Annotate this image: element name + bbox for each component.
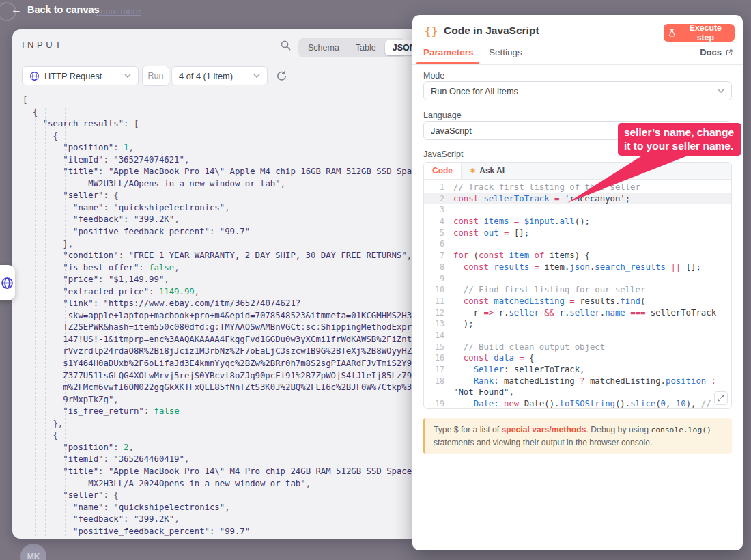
refresh-runs-icon[interactable] (276, 70, 287, 82)
run-select-value: 4 of 4 (1 item) (179, 71, 253, 81)
hint-prefix: Type $ for a list of (434, 425, 502, 434)
input-panel-title: INPUT (22, 40, 64, 50)
hint-code: console.log() (651, 425, 711, 434)
mode-select[interactable]: Run Once for All Items (423, 81, 732, 100)
json-view[interactable]: [ { "search_results": [ { "position": 1,… (12, 94, 412, 539)
code-editor[interactable]: Code ✶ Ask AI 1// Track first listing of… (423, 162, 732, 409)
hint-middle: . Debug by using (586, 425, 651, 434)
tab-ask-ai-label: Ask AI (479, 166, 505, 176)
input-controls: HTTP Request Run 4 of 4 (1 item) (22, 66, 287, 85)
globe-icon (29, 71, 40, 81)
editor-tab-strip: Code ✶ Ask AI (424, 163, 731, 180)
input-source-value: HTTP Request (44, 71, 119, 81)
json-output-text: [ { "search_results": [ { "position": 1,… (23, 94, 412, 537)
editor-hint: Type $ for a list of special vars/method… (423, 418, 732, 454)
chevron-down-icon (718, 89, 724, 93)
language-label: Language (423, 111, 462, 120)
annotation-line2: it to your seller name. (624, 139, 735, 153)
external-link-icon (725, 48, 733, 57)
annotation-line1: seller’s name, change (624, 126, 735, 139)
hint-suffix: statements and viewing their output in t… (434, 438, 652, 447)
flask-icon (668, 29, 677, 38)
tab-code-label: Code (432, 166, 453, 176)
tab-settings[interactable]: Settings (489, 47, 522, 57)
docs-link[interactable]: Docs (700, 47, 733, 57)
back-arrow-icon: ← (11, 3, 22, 16)
editor-expand-button[interactable] (714, 391, 728, 405)
tab-parameters[interactable]: Parameters (423, 47, 474, 57)
special-vars-link[interactable]: special vars/methods (502, 425, 586, 434)
chevron-down-icon (124, 74, 131, 78)
run-label: Run (142, 66, 169, 86)
code-lines[interactable]: 1// Track first listing of this seller2c… (424, 182, 731, 409)
chevron-down-icon (253, 74, 260, 78)
node-panel-tabs: Parameters Settings Docs (412, 45, 743, 65)
search-icon[interactable] (280, 40, 292, 51)
app-window: 2.0!Learn more ← Back to canvas MK INPUT… (0, 0, 751, 560)
input-view-tabs: Schema Table JSON (298, 38, 405, 57)
sparkle-icon: ✶ (470, 167, 476, 176)
execute-step-button[interactable]: Execute step (664, 24, 735, 42)
tab-code[interactable]: Code (424, 163, 462, 179)
docs-label: Docs (700, 47, 722, 57)
input-source-select[interactable]: HTTP Request (22, 66, 139, 85)
editor-section-label: JavaScript (423, 150, 463, 159)
input-panel: INPUT Schema Table JSON HTTP Request (12, 29, 412, 539)
mode-label: Mode (423, 71, 444, 81)
input-panel-header: INPUT Schema Table JSON (12, 29, 412, 59)
mode-value: Run Once for All Items (431, 86, 718, 96)
run-select[interactable]: 4 of 4 (1 item) (171, 66, 268, 85)
annotation-callout: seller’s name, change it to your seller … (618, 123, 741, 156)
input-node-tab[interactable] (0, 265, 15, 300)
tab-ask-ai[interactable]: ✶ Ask AI (462, 163, 513, 179)
node-title: Code in JavaScript (444, 25, 539, 37)
expand-icon (718, 395, 724, 402)
globe-icon (1, 277, 14, 290)
learn-more-link[interactable]: Learn more (96, 6, 141, 16)
back-to-canvas-label: Back to canvas (27, 4, 100, 15)
avatar-initials: MK (27, 552, 40, 560)
code-braces-icon: {} (425, 25, 438, 38)
tab-table[interactable]: Table (348, 40, 384, 55)
execute-step-label: Execute step (681, 23, 731, 42)
node-panel-header: {} Code in JavaScript Execute step (412, 15, 743, 45)
tab-schema[interactable]: Schema (300, 40, 347, 55)
user-avatar[interactable]: MK (20, 544, 46, 560)
back-to-canvas-button[interactable]: ← Back to canvas (11, 3, 100, 16)
node-details-panel: {} Code in JavaScript Execute step Param… (412, 15, 743, 550)
